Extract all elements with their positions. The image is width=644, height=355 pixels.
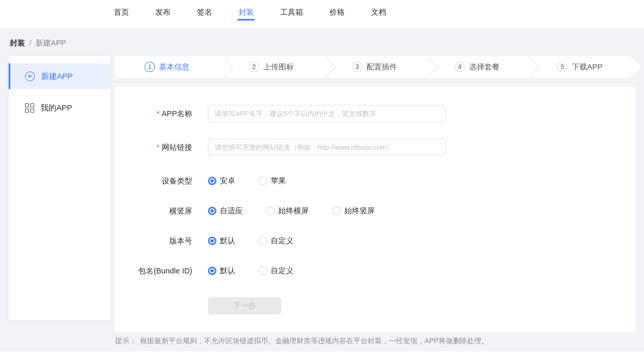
nav-item-publish[interactable]: 发布 xyxy=(155,0,171,28)
step-upload-icon: 2 上传图标 xyxy=(249,56,294,78)
nav-item-toolbox[interactable]: 工具箱 xyxy=(280,0,303,28)
basic-info-form: *APP名称 *网站链接 设备类型 安卓 苹果 横竖屏 xyxy=(115,87,635,332)
step-label: 下载APP xyxy=(572,62,602,72)
field-label: 版本号 xyxy=(115,232,192,250)
nav-item-label: 工具箱 xyxy=(280,7,303,18)
nav-menu: 首页 发布 签名 封装 工具箱 价格 文档 xyxy=(114,0,386,28)
step-separator-chevron xyxy=(528,56,540,78)
radio-selected-icon xyxy=(208,177,216,185)
step-separator-chevron xyxy=(427,56,438,78)
step-choose-plan: 4 选择套餐 xyxy=(455,56,500,78)
radio-always-landscape[interactable]: 始终横屏 xyxy=(266,206,309,216)
radio-version-default[interactable]: 默认 xyxy=(208,236,235,246)
step-number-badge: 2 xyxy=(249,62,259,72)
sidebar-item-new-app[interactable]: 新建APP xyxy=(9,63,111,89)
nav-item-pricing[interactable]: 价格 xyxy=(329,0,345,28)
radio-version-custom[interactable]: 自定义 xyxy=(259,236,294,246)
sidebar-item-my-apps[interactable]: 我的APP xyxy=(9,95,111,121)
sidebar-item-label: 新建APP xyxy=(41,71,73,82)
radio-unselected-icon xyxy=(259,177,267,185)
step-label: 选择套餐 xyxy=(469,62,500,72)
radio-bundle-default[interactable]: 默认 xyxy=(208,266,235,276)
step-label: 基本信息 xyxy=(159,62,190,72)
step-wizard: 1 基本信息 2 上传图标 3 配置插件 4 选择套餐 5 下载APP xyxy=(115,56,641,78)
nav-item-sign[interactable]: 签名 xyxy=(197,0,212,28)
platform-rule-tip: 提示：根据最新平台规则，不允许区块链虚拟币、金融理财类等违规内容在平台封装，一经… xyxy=(115,336,488,346)
radio-always-portrait[interactable]: 始终竖屏 xyxy=(333,206,375,216)
step-basic-info: 1 基本信息 xyxy=(145,56,190,78)
tip-prefix: 提示： xyxy=(115,337,136,345)
step-number-badge: 4 xyxy=(455,62,465,72)
plus-circle-icon xyxy=(25,72,35,81)
radio-selected-icon xyxy=(208,237,216,245)
nav-item-label: 文档 xyxy=(371,7,386,18)
step-separator-chevron xyxy=(325,56,337,78)
step-download-app: 5 下载APP xyxy=(557,56,602,78)
nav-item-home[interactable]: 首页 xyxy=(114,0,129,28)
step-configure-plugins: 3 配置插件 xyxy=(352,56,397,78)
required-star: * xyxy=(157,109,160,118)
radio-adaptive[interactable]: 自适应 xyxy=(208,206,243,216)
nav-item-label: 发布 xyxy=(155,7,171,18)
tip-text: 根据最新平台规则，不允许区块链虚拟币、金融理财类等违规内容在平台封装，一经发现，… xyxy=(140,337,488,345)
field-label: 设备类型 xyxy=(115,172,192,190)
step-label: 上传图标 xyxy=(263,62,294,72)
radio-unselected-icon xyxy=(259,237,267,245)
field-label: *网站链接 xyxy=(115,139,192,156)
radio-android[interactable]: 安卓 xyxy=(208,176,235,186)
nav-item-label: 签名 xyxy=(197,7,212,18)
field-label: *APP名称 xyxy=(115,105,192,122)
breadcrumb: 封装 / 新建APP xyxy=(10,38,66,48)
nav-item-label: 价格 xyxy=(329,7,345,18)
radio-bundle-custom[interactable]: 自定义 xyxy=(259,266,294,276)
step-separator-chevron xyxy=(222,56,234,78)
radio-selected-icon xyxy=(208,207,216,215)
step-number-badge: 3 xyxy=(352,62,362,72)
radio-unselected-icon xyxy=(259,267,267,275)
step-number-badge: 1 xyxy=(145,62,155,72)
step-label: 配置插件 xyxy=(366,62,397,72)
radio-unselected-icon xyxy=(266,207,275,215)
nav-item-label: 封装 xyxy=(239,7,254,18)
website-link-input[interactable] xyxy=(208,139,446,156)
active-tab-underline xyxy=(237,19,255,21)
breadcrumb-separator: / xyxy=(29,39,31,48)
field-label: 包名(Bundle ID) xyxy=(115,262,192,280)
breadcrumb-current: 新建APP xyxy=(36,38,66,48)
step-number-badge: 5 xyxy=(557,62,568,72)
radio-unselected-icon xyxy=(333,207,341,215)
next-step-button[interactable]: 下一步 xyxy=(208,297,281,315)
nav-item-docs[interactable]: 文档 xyxy=(371,0,386,28)
nav-item-label: 首页 xyxy=(114,7,129,18)
sidebar: 新建APP 我的APP xyxy=(9,56,111,320)
radio-ios[interactable]: 苹果 xyxy=(259,176,286,186)
breadcrumb-section[interactable]: 封装 xyxy=(10,38,25,48)
top-navigation-bar: 首页 发布 签名 封装 工具箱 价格 文档 xyxy=(0,0,644,28)
required-star: * xyxy=(157,143,160,151)
grid-icon xyxy=(25,103,34,113)
radio-selected-icon xyxy=(208,267,216,275)
footer-strip xyxy=(0,351,644,355)
nav-item-package[interactable]: 封装 xyxy=(239,0,254,28)
field-label: 横竖屏 xyxy=(115,202,192,220)
sidebar-item-label: 我的APP xyxy=(41,103,72,113)
app-name-input[interactable] xyxy=(208,105,446,122)
